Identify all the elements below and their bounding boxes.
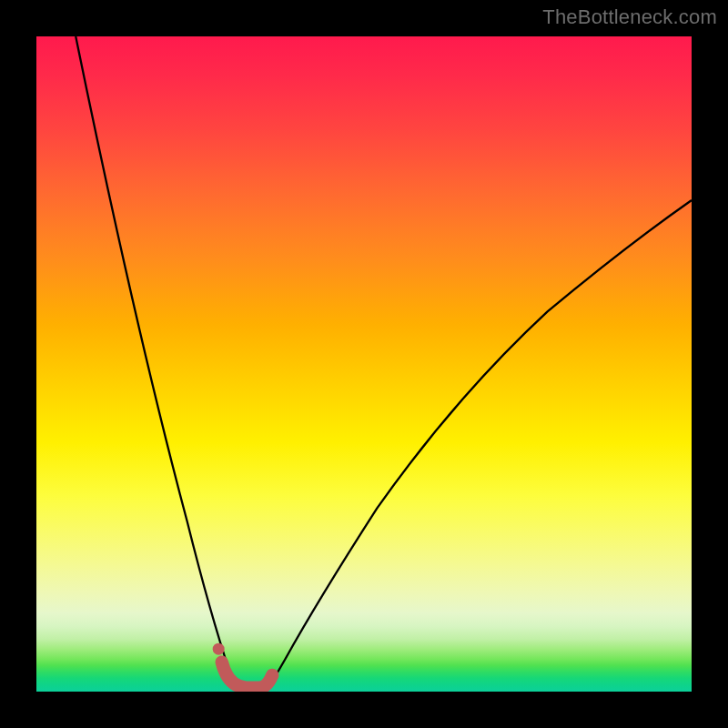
left-curve [76,36,239,692]
curve-layer [36,36,692,692]
valley-marker [222,662,272,688]
plot-area [36,36,692,692]
watermark-text: TheBottleneck.com [542,5,717,29]
valley-marker-dot [213,643,225,655]
chart-frame: TheBottleneck.com [0,0,728,728]
right-curve [266,200,692,692]
